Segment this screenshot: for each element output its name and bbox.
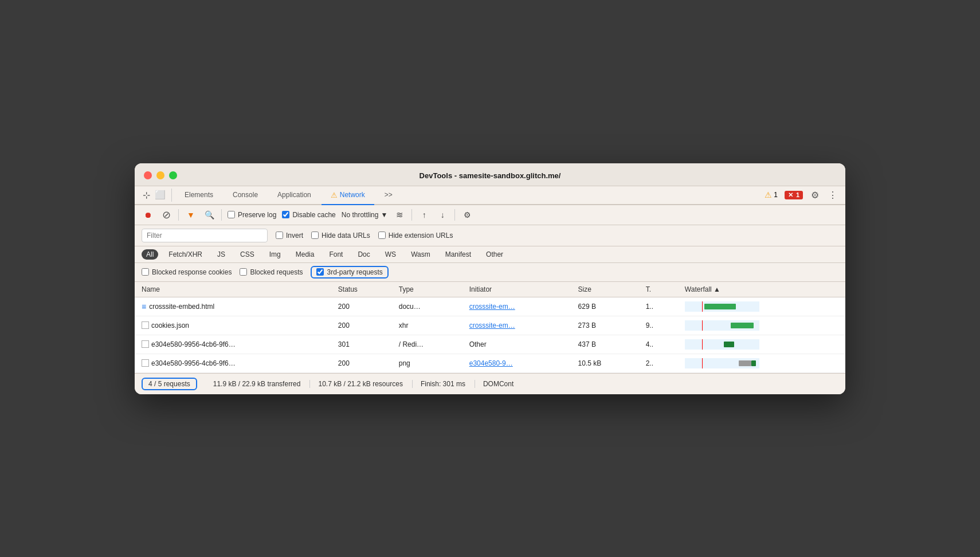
cell-size: 437 B — [571, 335, 639, 354]
sort-arrow-icon: ▲ — [714, 285, 720, 293]
filter-doc-button[interactable]: Doc — [353, 249, 374, 260]
download-icon[interactable]: ↓ — [436, 209, 449, 221]
preserve-log-checkbox[interactable] — [228, 211, 235, 218]
error-icon: ✕ — [788, 191, 793, 198]
blocked-filters-row: Blocked response cookies Blocked request… — [135, 263, 845, 282]
settings-icon[interactable]: ⚙ — [810, 189, 820, 202]
warning-icon: ⚠ — [765, 190, 772, 199]
col-time[interactable]: T. — [639, 282, 678, 297]
tab-elements[interactable]: Elements — [175, 186, 222, 205]
wifi-icon[interactable]: ≋ — [393, 209, 406, 221]
filter-other-button[interactable]: Other — [481, 249, 508, 260]
empty-icon — [142, 340, 149, 348]
cursor-icon[interactable]: ⊹ — [142, 189, 151, 202]
col-waterfall[interactable]: Waterfall ▲ — [678, 282, 845, 297]
hide-data-urls-checkbox[interactable] — [311, 232, 319, 239]
table-row[interactable]: e304e580-9956-4cb6-9f6… 301 / Redi… Othe… — [135, 335, 845, 354]
table-row[interactable]: ≡ crosssite-embed.html 200 docu… crosssi… — [135, 297, 845, 316]
minimize-button[interactable] — [156, 171, 164, 179]
filter-js-button[interactable]: JS — [213, 249, 230, 260]
initiator-link[interactable]: e304e580-9… — [469, 359, 513, 367]
tab-application[interactable]: Application — [268, 186, 320, 205]
table-row[interactable]: e304e580-9956-4cb6-9f6… 200 png e304e580… — [135, 354, 845, 372]
invert-label[interactable]: Invert — [276, 232, 303, 240]
cell-status: 301 — [331, 335, 392, 354]
hide-extension-urls-checkbox[interactable] — [378, 232, 386, 239]
maximize-button[interactable] — [169, 171, 177, 179]
network-settings-icon[interactable]: ⚙ — [461, 209, 473, 221]
waterfall-bar — [739, 360, 751, 366]
filter-css-button[interactable]: CSS — [236, 249, 259, 260]
filter-button[interactable]: ▼ — [185, 209, 197, 221]
title-bar: DevTools - samesite-sandbox.glitch.me/ — [135, 163, 845, 186]
col-type[interactable]: Type — [392, 282, 462, 297]
cell-name: e304e580-9956-4cb6-9f6… — [135, 335, 331, 354]
filter-wasm-button[interactable]: Wasm — [406, 249, 435, 260]
waterfall-line — [702, 301, 703, 312]
filter-img-button[interactable]: Img — [265, 249, 285, 260]
waterfall-bar-2 — [751, 360, 756, 366]
disable-cache-checkbox[interactable] — [282, 211, 289, 218]
waterfall-bar — [724, 342, 734, 347]
initiator-link[interactable]: crosssite-em… — [469, 321, 515, 330]
traffic-lights — [144, 171, 177, 179]
filter-media-button[interactable]: Media — [291, 249, 319, 260]
filter-manifest-button[interactable]: Manifest — [441, 249, 476, 260]
tab-console[interactable]: Console — [224, 186, 267, 205]
throttle-select[interactable]: No throttling ▼ — [342, 211, 388, 219]
responsive-icon[interactable]: ⬜ — [154, 189, 167, 201]
filter-input[interactable] — [142, 229, 268, 242]
more-options-icon[interactable]: ⋮ — [827, 189, 838, 202]
col-initiator[interactable]: Initiator — [462, 282, 571, 297]
waterfall-bar — [704, 304, 736, 309]
network-table-container: Name Status Type Initiator Size T. Water… — [135, 282, 845, 373]
hide-extension-urls-label[interactable]: Hide extension URLs — [378, 232, 453, 240]
cell-name: e304e580-9956-4cb6-9f6… — [135, 354, 331, 372]
third-party-requests-label[interactable]: 3rd-party requests — [316, 268, 382, 276]
upload-icon[interactable]: ↑ — [418, 209, 430, 221]
search-icon[interactable]: 🔍 — [203, 209, 215, 221]
cell-size: 10.5 kB — [571, 354, 639, 372]
filter-row: Invert Hide data URLs Hide extension URL… — [135, 225, 845, 246]
finish-time: Finish: 301 ms — [413, 380, 475, 388]
separator-3 — [411, 209, 412, 221]
empty-icon — [142, 321, 149, 329]
network-table: Name Status Type Initiator Size T. Water… — [135, 282, 845, 373]
waterfall-line — [702, 358, 703, 368]
filter-font-button[interactable]: Font — [324, 249, 347, 260]
blocked-response-cookies-checkbox[interactable] — [142, 268, 149, 276]
initiator-link[interactable]: crosssite-em… — [469, 303, 515, 311]
disable-cache-label[interactable]: Disable cache — [282, 211, 335, 219]
cell-time: 4.. — [639, 335, 678, 354]
filter-fetch-xhr-button[interactable]: Fetch/XHR — [164, 249, 207, 260]
waterfall-bar-container — [685, 339, 759, 350]
cell-time: 1.. — [639, 297, 678, 316]
clear-button[interactable]: ⊘ — [160, 209, 173, 221]
tab-network[interactable]: ⚠ Network — [322, 186, 374, 205]
error-badge: ✕ 1 — [785, 191, 803, 199]
cell-initiator: crosssite-em… — [462, 297, 571, 316]
blocked-response-cookies-label[interactable]: Blocked response cookies — [142, 268, 232, 276]
filter-ws-button[interactable]: WS — [381, 249, 401, 260]
status-bar: 4 / 5 requests 11.9 kB / 22.9 kB transfe… — [135, 373, 845, 394]
blocked-requests-checkbox[interactable] — [240, 268, 247, 276]
filter-all-button[interactable]: All — [142, 249, 158, 260]
table-row[interactable]: cookies.json 200 xhr crosssite-em… 273 B… — [135, 316, 845, 335]
close-button[interactable] — [144, 171, 152, 179]
col-size[interactable]: Size — [571, 282, 639, 297]
col-status[interactable]: Status — [331, 282, 392, 297]
hide-data-urls-label[interactable]: Hide data URLs — [311, 232, 370, 240]
domcont-info: DOMCont — [475, 380, 513, 388]
invert-checkbox[interactable] — [276, 232, 283, 239]
preserve-log-label[interactable]: Preserve log — [228, 211, 276, 219]
devtools-content: ⊹ ⬜ Elements Console Application ⚠ Netwo… — [135, 186, 845, 394]
third-party-requests-checkbox[interactable] — [316, 268, 324, 276]
stop-recording-button[interactable]: ⏺ — [142, 209, 154, 221]
blocked-requests-label[interactable]: Blocked requests — [240, 268, 303, 276]
waterfall-line — [702, 320, 703, 331]
col-name[interactable]: Name — [135, 282, 331, 297]
tab-more[interactable]: >> — [375, 186, 402, 205]
separator-1 — [178, 209, 179, 221]
cell-size: 273 B — [571, 316, 639, 335]
resources-info: 10.7 kB / 21.2 kB resources — [310, 380, 412, 388]
